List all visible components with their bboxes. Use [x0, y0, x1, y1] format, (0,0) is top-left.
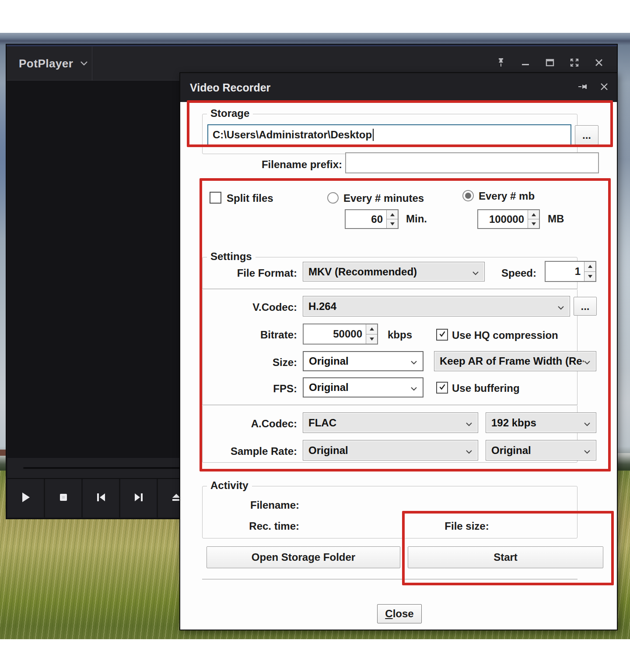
chevron-down-icon: [410, 381, 417, 394]
mb-spinner[interactable]: 100000: [477, 209, 540, 229]
divider: [202, 579, 578, 580]
spin-up-button[interactable]: [528, 210, 539, 219]
aspect-ratio-dropdown[interactable]: Keep AR of Frame Width (Re·: [434, 351, 596, 371]
chevron-down-icon: [410, 355, 417, 367]
chevron-down-icon: [80, 60, 88, 67]
sample-rate-out-dropdown[interactable]: Original: [486, 440, 596, 461]
file-size-label: File size:: [416, 520, 517, 532]
bitrate-spinner[interactable]: 50000: [303, 324, 378, 345]
spin-down-button[interactable]: [584, 271, 595, 281]
stop-button[interactable]: [45, 479, 83, 517]
file-format-label: File Format:: [222, 267, 297, 279]
arrow-down-icon: [588, 275, 592, 278]
check-icon: [438, 383, 446, 393]
arrow-up-icon: [532, 213, 536, 216]
bitrate-unit-label: kbps: [388, 329, 412, 341]
hq-compression-checkbox[interactable]: [436, 329, 448, 341]
maximize-button[interactable]: [544, 58, 556, 69]
dialog-controls: [577, 73, 610, 102]
arrow-down-icon: [390, 222, 395, 225]
hq-compression-label: Use HQ compression: [452, 329, 558, 341]
potplayer-menu-button[interactable]: PotPlayer: [7, 46, 92, 81]
arrow-down-icon: [532, 222, 536, 225]
rec-time-label: Rec. time:: [224, 520, 299, 532]
arrow-up-icon: [390, 213, 395, 216]
dialog-titlebar[interactable]: Video Recorder: [180, 73, 617, 102]
dialog-title: Video Recorder: [190, 81, 270, 94]
start-button[interactable]: Start: [408, 546, 603, 568]
spin-down-button[interactable]: [528, 219, 539, 228]
vcodec-config-button[interactable]: ...: [574, 297, 597, 316]
spin-up-button[interactable]: [584, 262, 595, 271]
sample-rate-dropdown[interactable]: Original: [303, 440, 478, 461]
every-mb-radio[interactable]: [462, 190, 474, 201]
file-format-dropdown[interactable]: MKV (Recommended): [303, 262, 485, 281]
stop-icon: [60, 493, 67, 503]
close-icon: [600, 82, 609, 93]
storage-browse-button[interactable]: ...: [575, 125, 598, 145]
audio-bitrate-dropdown[interactable]: 192 kbps: [486, 412, 596, 433]
speed-spinner[interactable]: 1: [545, 261, 596, 282]
maximize-icon: [546, 59, 554, 68]
chevron-down-icon: [472, 266, 479, 278]
storage-path-input[interactable]: C:\Users\Administrator\Desktop: [207, 124, 571, 145]
filename-label: Filename:: [224, 499, 299, 511]
acodec-label: A.Codec:: [222, 418, 297, 430]
activity-group-label: Activity: [207, 479, 252, 492]
chevron-down-icon: [557, 300, 564, 313]
chevron-down-icon: [466, 417, 472, 429]
close-icon: [595, 58, 603, 69]
every-mb-label: Every # mb: [479, 190, 535, 202]
filename-prefix-label: Filename prefix:: [233, 158, 342, 171]
next-icon: [133, 493, 144, 504]
size-dropdown[interactable]: Original: [303, 351, 424, 371]
bitrate-value: 50000: [304, 324, 366, 344]
sample-rate-label: Sample Rate:: [206, 445, 297, 457]
split-files-label: Split files: [227, 192, 273, 204]
dialog-pin-button[interactable]: [577, 82, 588, 93]
desktop: PotPlayer: [0, 0, 630, 672]
bitrate-label: Bitrate:: [222, 329, 297, 341]
every-minutes-label: Every # minutes: [343, 192, 424, 204]
potplayer-title: PotPlayer: [19, 57, 73, 70]
every-minutes-radio[interactable]: [327, 192, 339, 204]
minutes-unit-label: Min.: [406, 213, 427, 225]
filename-prefix-input[interactable]: [345, 152, 599, 173]
size-label: Size:: [222, 356, 297, 369]
previous-button[interactable]: [83, 479, 120, 517]
check-icon: [438, 330, 446, 340]
pin-button[interactable]: [495, 58, 507, 69]
arrow-up-icon: [370, 327, 374, 331]
close-button[interactable]: Close: [377, 604, 422, 623]
storage-path-value: C:\Users\Administrator\Desktop: [213, 129, 372, 141]
text-caret: [373, 129, 374, 141]
close-window-button[interactable]: [593, 58, 605, 69]
chevron-down-icon: [584, 355, 591, 367]
use-buffering-label: Use buffering: [452, 382, 520, 394]
speed-label: Speed:: [496, 267, 536, 279]
open-storage-folder-button[interactable]: Open Storage Folder: [206, 546, 400, 568]
mb-value: 100000: [478, 210, 528, 228]
spin-down-button[interactable]: [387, 219, 398, 228]
fps-dropdown[interactable]: Original: [303, 377, 424, 398]
acodec-dropdown[interactable]: FLAC: [303, 412, 478, 433]
split-files-checkbox[interactable]: [210, 192, 221, 204]
divider: [202, 405, 578, 405]
spin-up-button[interactable]: [387, 210, 398, 219]
play-button[interactable]: [7, 479, 45, 517]
minutes-spinner[interactable]: 60: [345, 209, 399, 229]
use-buffering-checkbox[interactable]: [436, 382, 448, 394]
vcodec-dropdown[interactable]: H.264: [303, 296, 570, 317]
storage-group-label: Storage: [207, 107, 253, 120]
speed-value: 1: [546, 262, 584, 281]
spin-down-button[interactable]: [366, 334, 377, 344]
next-button[interactable]: [120, 479, 158, 517]
spin-up-button[interactable]: [366, 324, 377, 334]
fullscreen-button[interactable]: [569, 58, 580, 69]
chevron-down-icon: [466, 444, 472, 457]
vcodec-label: V.Codec:: [222, 301, 297, 313]
dialog-close-button[interactable]: [598, 82, 610, 93]
minutes-value: 60: [346, 210, 386, 228]
previous-icon: [96, 493, 106, 504]
minimize-button[interactable]: [520, 58, 531, 69]
